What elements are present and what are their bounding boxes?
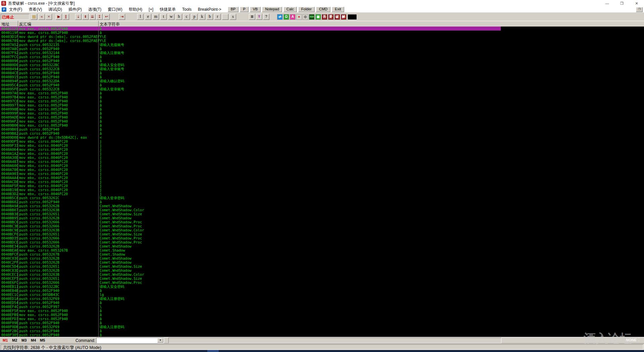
command-combobox[interactable]: ▼ xyxy=(96,338,164,343)
table-row[interactable]: 00409F33 mov ebx, csrss.0046FC20 j xyxy=(0,143,644,147)
table-row[interactable]: 0040B5C8 push csrss.0053261C 请输入登录密码 xyxy=(0,196,644,200)
table-row[interactable]: 004095C4 push csrss.0052F940 ā xyxy=(0,83,644,87)
table-row[interactable]: 00409B06 mov eax, csrss.0052F940 ā xyxy=(0,123,644,127)
table-row[interactable]: 00409B69 push csrss.0052F940 ā xyxy=(0,127,644,131)
menu-button-vb[interactable]: VB xyxy=(250,7,261,12)
wu-icon[interactable]: 吾 xyxy=(322,14,327,20)
table-row[interactable]: 0040A064 mov ebx, csrss.0046FC20 j xyxy=(0,147,644,151)
minimize-button[interactable]: — xyxy=(600,0,614,7)
menu-button-p[interactable]: P xyxy=(240,7,248,12)
panel-shortcut-t[interactable]: t xyxy=(160,14,167,20)
panel-shortcut-r[interactable]: r xyxy=(214,14,221,20)
table-row[interactable]: 0040EF4C push csrss.0052F997 \ xyxy=(0,305,644,309)
letter-a-icon[interactable]: A xyxy=(290,14,296,20)
table-row[interactable]: 0040F305 push csrss.0052F940 ā xyxy=(0,333,644,337)
table-row[interactable]: 0040BB38 push csrss.00532651 Comet.WndSh… xyxy=(0,212,644,216)
menu-button-folder[interactable]: Folder xyxy=(298,7,315,12)
animate-into-icon[interactable]: ⇊ xyxy=(89,14,96,20)
table-row[interactable]: 0040BBC6 push csrss.00532666 Comet.WndSh… xyxy=(0,220,644,224)
table-row[interactable]: 0040BC3B push csrss.00532666 Comet.WndSh… xyxy=(0,224,644,228)
table-row[interactable]: 0040EFB9 mov eax, csrss.0052F940 ā xyxy=(0,313,644,317)
table-row[interactable]: 00407FCC push csrss.0052F940 ā xyxy=(0,55,644,59)
table-row[interactable]: 0040999F mov eax, csrss.0052F940 ā xyxy=(0,111,644,115)
rewind-icon[interactable]: « xyxy=(39,14,45,20)
omega-icon[interactable]: Ω xyxy=(283,14,289,20)
table-row[interactable]: 004097B4 mov eax, csrss.0052F940 ā xyxy=(0,95,644,99)
chevron-down-icon[interactable]: ▼ xyxy=(157,338,163,343)
table-row[interactable]: 0040CEF5 push csrss.00532651 Comet.WndSh… xyxy=(0,276,644,280)
close-file-icon[interactable]: × xyxy=(46,14,52,20)
table-row[interactable]: 0040BDCE push csrss.00532666 Comet.WndSh… xyxy=(0,240,644,244)
table-row[interactable]: 00401128 mov eax, csrss.0052F940 ā xyxy=(0,27,644,31)
menu-item-4[interactable]: 选项(T) xyxy=(88,7,101,12)
close-button[interactable]: ✕ xyxy=(629,0,644,7)
table-row[interactable]: 0040ED1A push csrss.00532F69 请输入注册密码 xyxy=(0,297,644,301)
table-row[interactable]: 0040C030 push csrss.0053262B Comet.WndSh… xyxy=(0,256,644,260)
panel-shortcut-b[interactable]: b xyxy=(207,14,213,20)
menu-item-9[interactable]: Tools xyxy=(182,7,192,12)
table-row[interactable]: 0040BC98 push csrss.0053263B Comet.WndSh… xyxy=(0,228,644,232)
table-row[interactable]: 004084CE push csrss.0052F940 ā xyxy=(0,71,644,75)
table-row[interactable]: 0040BA9A push csrss.0053262B Comet.WndSh… xyxy=(0,204,644,208)
window-icon[interactable]: ▣ xyxy=(315,14,321,20)
record-dot-icon[interactable]: ● xyxy=(296,14,302,20)
table-row[interactable]: 0040BCF0 push csrss.00532651 Comet.WndSh… xyxy=(0,232,644,236)
animate-over-icon[interactable]: ↧ xyxy=(96,14,103,20)
run-icon[interactable]: ▶ xyxy=(56,14,62,20)
menu-item-8[interactable]: 快捷菜单 xyxy=(160,7,176,12)
execute-return-icon[interactable]: ↩ xyxy=(103,14,110,20)
menu-item-5[interactable]: 窗口(W) xyxy=(108,7,122,12)
table-row[interactable]: 0040ED54 push csrss.0052F940 ā xyxy=(0,301,644,305)
ai-icon[interactable]: 爱 xyxy=(328,14,334,20)
table-row[interactable]: 0040F09E push csrss.0052F940 ā xyxy=(0,321,644,325)
jie-icon[interactable]: 解 xyxy=(341,14,346,20)
menu-item-3[interactable]: 插件(P) xyxy=(68,7,82,12)
table-row[interactable]: 00409AF2 mov eax, csrss.0052F940 ā xyxy=(0,119,644,123)
table-row[interactable]: 00408915 push csrss.0052F940 ā xyxy=(0,75,644,79)
mark-m4[interactable]: M4 xyxy=(31,338,36,342)
table-row[interactable]: 004080D0 push csrss.005322BC 请输入安全密码 xyxy=(0,63,644,67)
table-row[interactable]: 0040B3D2 mov ebx, csrss.0046FC20 j xyxy=(0,192,644,196)
menu-button-bp[interactable]: BP xyxy=(228,7,239,12)
table-row[interactable]: 0040A30E mov ebx, csrss.0046FC20 j xyxy=(0,156,644,160)
goto-icon[interactable]: ⇥ xyxy=(119,14,125,20)
panel-shortcut-e[interactable]: e xyxy=(145,14,151,20)
menu-item-2[interactable]: 调试(D) xyxy=(48,7,62,12)
mdi-restore-button[interactable]: ❐ xyxy=(636,7,643,12)
table-row[interactable]: 0040A786 mov ebx, csrss.0046FC20 j xyxy=(0,168,644,172)
po-icon[interactable]: 破 xyxy=(334,14,340,20)
table-row[interactable]: 0040ACD8 mov ebx, csrss.0046FC20 j xyxy=(0,180,644,184)
table-row[interactable]: 0040BEA6 mov eax, csrss.0053267B Comet.S… xyxy=(0,248,644,252)
patches-icon[interactable]: Ŧ xyxy=(256,14,262,20)
table-row[interactable]: 0040EB4B push csrss.0052F940 ā xyxy=(0,289,644,293)
table-row[interactable]: 0040BB07 push csrss.0053263B Comet.WndSh… xyxy=(0,208,644,212)
table-row[interactable]: 0040EB11 push csrss.005322BC 请输入安全密码 xyxy=(0,284,644,289)
open-folder-icon[interactable]: ▨ xyxy=(31,14,37,20)
table-row[interactable]: 0040BFCF push csrss.0053267B Comet.Shado… xyxy=(0,252,644,256)
maximize-button[interactable]: ❐ xyxy=(614,0,629,7)
panel-shortcut-blank[interactable] xyxy=(222,14,228,20)
table-row[interactable]: 0040A1A2 mov ebx, csrss.0046FC20 j xyxy=(0,151,644,156)
table-row[interactable]: 0040BD35 push csrss.00532666 Comet.WndSh… xyxy=(0,236,644,240)
menu-button-cmd[interactable]: CMD xyxy=(316,7,330,12)
table-row[interactable]: 00407F92 push csrss.00532144 请输入注册账号 xyxy=(0,51,644,55)
table-row[interactable]: 00409ADE mov eax, csrss.0052F940 ā xyxy=(0,115,644,119)
pause-icon[interactable]: ∥ xyxy=(63,14,69,20)
panel-shortcut-c[interactable]: c xyxy=(183,14,190,20)
table-row[interactable]: 0040A903 mov ebx, csrss.0046FC20 j xyxy=(0,172,644,176)
table-row[interactable]: 00407A52 push csrss.00532135 请输入充值账号 xyxy=(0,43,644,47)
target-icon[interactable]: ◎ xyxy=(303,14,308,20)
table-row[interactable]: 0040B602 push csrss.0052F940 ā xyxy=(0,200,644,204)
table-row[interactable]: 0040C2FF push csrss.0053262B Comet.WndSh… xyxy=(0,260,644,264)
table-row[interactable]: 004097C8 mov eax, csrss.0052F940 ā xyxy=(0,99,644,103)
table-row[interactable]: 0040C83D push csrss.0053262B Comet.WndSh… xyxy=(0,268,644,272)
menu-button-notepad[interactable]: Notepad xyxy=(262,7,282,12)
table-row[interactable]: 00409DF5 mov ebx, csrss.0046FC20 j xyxy=(0,139,644,143)
panel-shortcut-s[interactable]: s xyxy=(230,14,236,20)
table-row[interactable]: 00408096 push csrss.0052F940 ā xyxy=(0,59,644,63)
step-into-icon[interactable]: ⇣ xyxy=(75,14,82,20)
swap-arrows-icon[interactable]: ⇄ xyxy=(277,14,283,20)
table-row[interactable]: 0040E6FC push csrss.00532666 Comet.WndSh… xyxy=(0,280,644,284)
table-row[interactable]: 0040119F mov eax, csrss.0052F940 ā xyxy=(0,31,644,35)
menu-item-7[interactable]: [+] xyxy=(149,7,153,12)
